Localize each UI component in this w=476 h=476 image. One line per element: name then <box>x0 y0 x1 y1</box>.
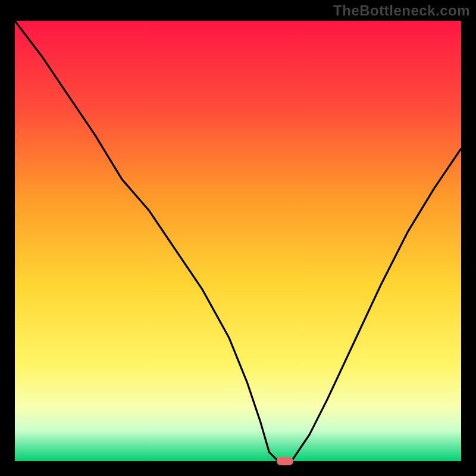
gradient-fill <box>15 21 461 461</box>
chart-svg <box>15 21 461 461</box>
chart-frame: TheBottleneck.com <box>0 0 476 476</box>
optimal-marker <box>277 457 293 465</box>
watermark-text: TheBottleneck.com <box>333 2 470 19</box>
plot-area <box>15 21 461 461</box>
